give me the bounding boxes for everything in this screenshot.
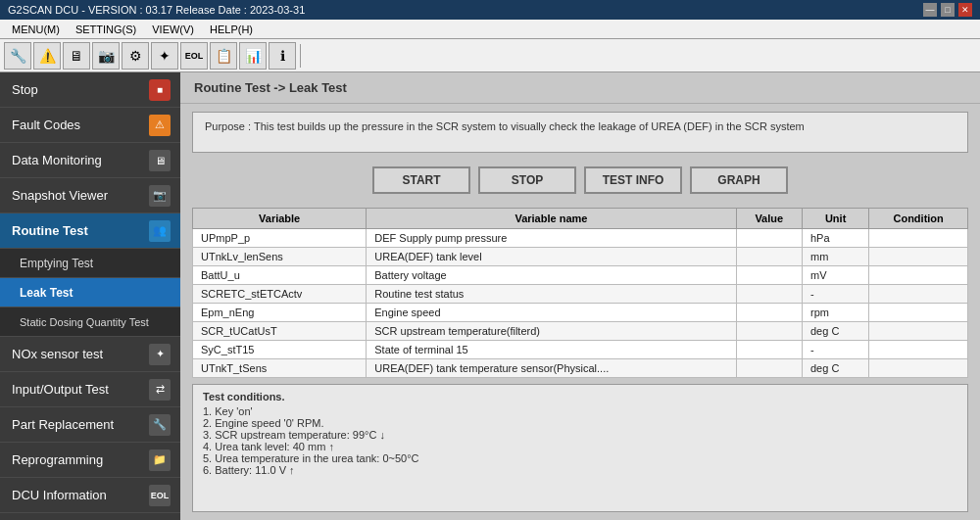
menu-help[interactable]: HELP(H): [202, 22, 261, 37]
description-box: Purpose : This test builds up the pressu…: [192, 112, 968, 153]
sidebar-item-nox[interactable]: NOx sensor test ✦: [0, 337, 180, 372]
description-text: Purpose : This test builds up the pressu…: [205, 120, 805, 132]
button-row: START STOP TEST INFO GRAPH: [192, 159, 968, 202]
main-layout: Stop ■ Fault Codes ⚠ Data Monitoring 🖥 S…: [0, 72, 980, 520]
table-row: UTnkT_tSensUREA(DEF) tank temperature se…: [193, 359, 968, 378]
sidebar-label-reprog: Reprogramming: [12, 452, 103, 467]
sidebar-item-io[interactable]: Input/Output Test ⇄: [0, 372, 180, 407]
col-header-value: Value: [736, 209, 802, 229]
routine-icon: 👥: [149, 220, 171, 242]
part-icon: 🔧: [149, 414, 171, 436]
graph-button[interactable]: GRAPH: [690, 166, 788, 194]
sidebar-label-routine: Routine Test: [12, 223, 88, 238]
col-header-varname: Variable name: [367, 209, 736, 229]
sidebar-item-static-dosing[interactable]: Static Dosing Quantity Test: [0, 307, 180, 337]
condition-line: 4. Urea tank level: 40 mm ↑: [203, 441, 957, 452]
toolbar: 🔧 ⚠️ 🖥 📷 ⚙ ✦ EOL 📋 📊 ℹ: [0, 39, 980, 72]
toolbar-btn-2[interactable]: ⚠️: [33, 42, 61, 70]
col-header-variable: Variable: [193, 209, 367, 229]
stop-button[interactable]: STOP: [478, 166, 576, 194]
sidebar-item-dcu[interactable]: DCU Information EOL: [0, 478, 180, 513]
sidebar-item-eol[interactable]: EOL: [0, 513, 180, 520]
sidebar-label-static: Static Dosing Quantity Test: [20, 316, 149, 328]
test-info-button[interactable]: TEST INFO: [584, 166, 682, 194]
col-header-unit: Unit: [802, 209, 868, 229]
toolbar-btn-9[interactable]: ℹ: [269, 42, 296, 70]
condition-line: 5. Urea temperature in the urea tank: 0~…: [203, 452, 957, 464]
app-title: G2SCAN DCU - VERSION : 03.17 Release Dat…: [8, 4, 923, 16]
toolbar-separator: [300, 44, 301, 68]
menu-view[interactable]: VIEW(V): [144, 22, 202, 37]
sidebar-label-snapshot: Snapshot Viewer: [12, 188, 108, 203]
menu-settings[interactable]: SETTING(S): [68, 22, 144, 37]
sidebar-item-routine-test[interactable]: Routine Test 👥: [0, 213, 180, 249]
toolbar-btn-eol[interactable]: EOL: [180, 42, 208, 70]
fault-icon: ⚠: [149, 115, 171, 136]
dcu-icon: EOL: [149, 485, 171, 506]
sidebar-item-fault-codes[interactable]: Fault Codes ⚠: [0, 108, 180, 143]
sidebar-label-io: Input/Output Test: [12, 382, 109, 397]
content-inner: Purpose : This test builds up the pressu…: [180, 104, 980, 520]
toolbar-btn-3[interactable]: 🖥: [63, 42, 90, 70]
sidebar-item-leak-test[interactable]: Leak Test: [0, 278, 180, 307]
minimize-button[interactable]: —: [923, 3, 937, 17]
stop-icon: ■: [149, 79, 171, 101]
sidebar-label-leak: Leak Test: [20, 286, 73, 300]
toolbar-btn-5[interactable]: ⚙: [122, 42, 149, 70]
toolbar-btn-8[interactable]: 📊: [239, 42, 267, 70]
sidebar-label-fault: Fault Codes: [12, 118, 80, 132]
test-conditions-box: Test conditions. 1. Key 'on'2. Engine sp…: [192, 384, 968, 512]
start-button[interactable]: START: [372, 166, 470, 194]
reprog-icon: 📁: [149, 449, 171, 471]
monitor-icon: 🖥: [149, 150, 171, 171]
table-row: UTnkLv_lenSensUREA(DEF) tank levelmm: [193, 248, 968, 266]
maximize-button[interactable]: □: [941, 3, 955, 17]
table-row: Epm_nEngEngine speedrpm: [193, 304, 968, 322]
snapshot-icon: 📷: [149, 185, 171, 207]
window-controls: — □ ✕: [923, 3, 972, 17]
condition-line: 2. Engine speed '0' RPM.: [203, 417, 957, 429]
menu-menu[interactable]: MENU(M): [4, 22, 68, 37]
table-row: BattU_uBattery voltagemV: [193, 266, 968, 285]
bottom-section: Test conditions. 1. Key 'on'2. Engine sp…: [192, 384, 968, 512]
close-button[interactable]: ✕: [958, 3, 972, 17]
toolbar-btn-6[interactable]: ✦: [151, 42, 178, 70]
sidebar-label-stop: Stop: [12, 82, 38, 97]
sidebar-item-data-monitoring[interactable]: Data Monitoring 🖥: [0, 143, 180, 178]
toolbar-btn-1[interactable]: 🔧: [4, 42, 31, 70]
data-table-wrapper: Variable Variable name Value Unit Condit…: [192, 208, 968, 378]
sidebar: Stop ■ Fault Codes ⚠ Data Monitoring 🖥 S…: [0, 72, 180, 520]
data-table: Variable Variable name Value Unit Condit…: [192, 208, 968, 378]
sidebar-label-nox: NOx sensor test: [12, 347, 103, 361]
page-title: Routine Test -> Leak Test: [180, 72, 980, 104]
sidebar-item-stop[interactable]: Stop ■: [0, 72, 180, 108]
conditions-lines: 1. Key 'on'2. Engine speed '0' RPM.3. SC…: [203, 405, 957, 476]
toolbar-btn-7[interactable]: 📋: [210, 42, 237, 70]
sidebar-item-part[interactable]: Part Replacement 🔧: [0, 407, 180, 443]
table-row: SCRETC_stETCActvRoutine test status-: [193, 285, 968, 304]
sidebar-label-monitor: Data Monitoring: [12, 153, 102, 167]
conditions-title: Test conditions.: [203, 391, 957, 402]
sidebar-label-dcu: DCU Information: [12, 488, 107, 502]
menu-bar: MENU(M) SETTING(S) VIEW(V) HELP(H): [0, 20, 980, 39]
io-icon: ⇄: [149, 379, 171, 401]
sidebar-label-part: Part Replacement: [12, 417, 114, 432]
table-row: SyC_stT15State of terminal 15-: [193, 341, 968, 359]
table-row: UPmpP_pDEF Supply pump pressurehPa: [193, 229, 968, 248]
toolbar-btn-4[interactable]: 📷: [92, 42, 120, 70]
sidebar-item-reprogramming[interactable]: Reprogramming 📁: [0, 443, 180, 478]
title-bar: G2SCAN DCU - VERSION : 03.17 Release Dat…: [0, 0, 980, 20]
sidebar-label-emptying: Emptying Test: [20, 257, 93, 270]
condition-line: 1. Key 'on': [203, 405, 957, 417]
condition-line: 6. Battery: 11.0 V ↑: [203, 464, 957, 476]
content-area: RC RC RC Routine Test -> Leak Test Purpo…: [180, 72, 980, 520]
condition-line: 3. SCR upstream temperature: 99°C ↓: [203, 429, 957, 441]
nox-icon: ✦: [149, 344, 171, 365]
table-row: SCR_tUCatUsTSCR upstream temperature(fil…: [193, 322, 968, 341]
sidebar-item-emptying-test[interactable]: Emptying Test: [0, 249, 180, 278]
col-header-condition: Condition: [869, 209, 968, 229]
sidebar-item-snapshot[interactable]: Snapshot Viewer 📷: [0, 178, 180, 213]
